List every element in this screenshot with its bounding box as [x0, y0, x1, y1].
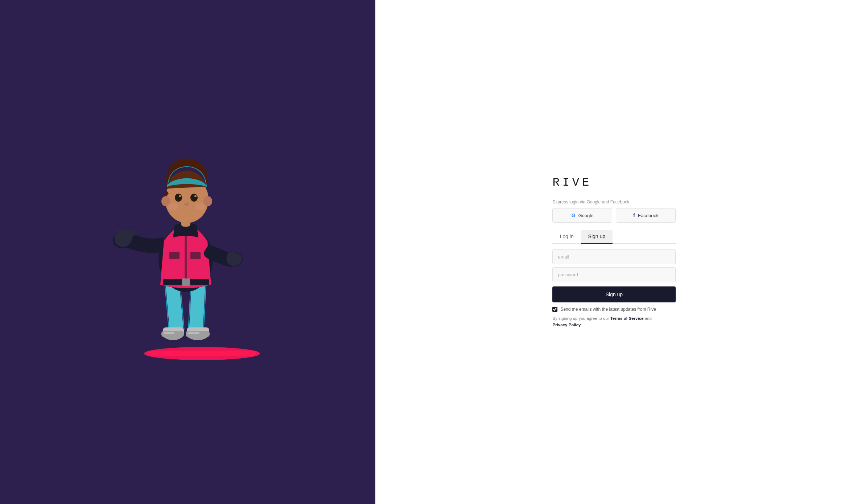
- svg-rect-21: [127, 228, 131, 236]
- email-updates-label[interactable]: Send me emails with the latest updates f…: [560, 307, 656, 312]
- page-container: RIVE Express login via Google and Facebo…: [0, 0, 853, 504]
- checkbox-row: Send me emails with the latest updates f…: [552, 307, 676, 312]
- svg-rect-20: [121, 228, 126, 236]
- privacy-policy-link[interactable]: Privacy Policy: [552, 323, 581, 327]
- svg-rect-17: [185, 228, 187, 279]
- tab-login[interactable]: Log in: [552, 230, 581, 244]
- google-btn-label: Google: [578, 213, 593, 218]
- svg-rect-1: [148, 351, 256, 356]
- terms-middle: and: [643, 316, 651, 321]
- svg-rect-13: [188, 332, 199, 334]
- google-login-button[interactable]: G Google: [552, 208, 612, 223]
- svg-rect-15: [169, 252, 180, 259]
- terms-of-service-link[interactable]: Terms of Service: [610, 316, 644, 321]
- google-icon: G: [572, 212, 576, 218]
- svg-point-28: [175, 194, 182, 202]
- character-container: [0, 0, 375, 504]
- left-panel: [0, 0, 375, 504]
- password-input[interactable]: [552, 267, 676, 282]
- terms-text: By signing up you agree to our Terms of …: [552, 315, 676, 328]
- svg-point-33: [168, 203, 178, 210]
- svg-rect-16: [190, 252, 201, 259]
- svg-point-31: [194, 195, 197, 197]
- svg-point-30: [179, 195, 181, 197]
- form-fields: [552, 249, 676, 282]
- svg-rect-36: [182, 278, 190, 286]
- signup-button[interactable]: Sign up: [552, 286, 676, 302]
- facebook-btn-label: Facebook: [638, 213, 659, 218]
- facebook-icon: f: [633, 212, 635, 219]
- logo-container: RIVE: [552, 176, 676, 189]
- right-panel: RIVE Express login via Google and Facebo…: [375, 0, 853, 504]
- express-login-text: Express login via Google and Facebook: [552, 199, 676, 205]
- svg-point-34: [195, 203, 206, 210]
- character-illustration: [100, 129, 275, 375]
- email-updates-checkbox[interactable]: [552, 307, 557, 312]
- svg-point-29: [190, 194, 198, 202]
- facebook-login-button[interactable]: f Facebook: [616, 208, 676, 223]
- svg-point-32: [184, 202, 189, 206]
- email-input[interactable]: [552, 249, 676, 264]
- auth-form: RIVE Express login via Google and Facebo…: [552, 176, 676, 328]
- tab-signup[interactable]: Sign up: [581, 230, 613, 244]
- tab-switcher: Log in Sign up: [552, 230, 676, 244]
- terms-prefix: By signing up you agree to our: [552, 316, 610, 321]
- svg-rect-9: [164, 332, 174, 334]
- rive-logo: RIVE: [552, 176, 676, 189]
- social-buttons: G Google f Facebook: [552, 208, 676, 223]
